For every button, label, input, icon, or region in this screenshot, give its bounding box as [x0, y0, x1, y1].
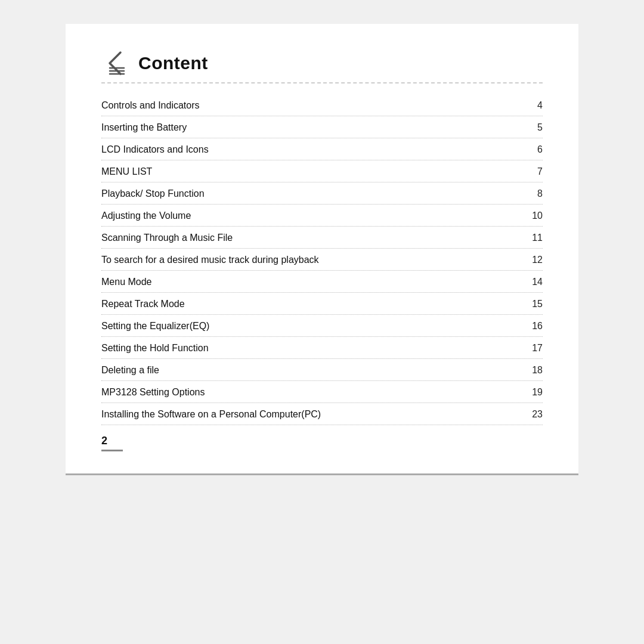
- toc-item-page: 11: [526, 233, 543, 243]
- header-section: Content: [101, 48, 543, 79]
- toc-item: Setting the Equalizer(EQ)16: [101, 315, 543, 337]
- toc-item-label: Deleting a file: [101, 365, 526, 376]
- header-divider: [101, 82, 543, 83]
- toc-item: MP3128 Setting Options19: [101, 381, 543, 403]
- toc-item-page: 19: [526, 387, 543, 398]
- toc-item: Playback/ Stop Function8: [101, 182, 543, 205]
- toc-item: Inserting the Battery5: [101, 116, 543, 138]
- toc-item-page: 4: [526, 100, 543, 111]
- toc-item-page: 6: [526, 144, 543, 155]
- toc-item-page: 18: [526, 365, 543, 376]
- toc-item-page: 14: [526, 277, 543, 287]
- toc-item: Adjusting the Volume10: [101, 205, 543, 227]
- toc-item: Scanning Through a Music File11: [101, 227, 543, 249]
- toc-item: MENU LIST7: [101, 160, 543, 182]
- toc-item: Repeat Track Mode15: [101, 293, 543, 315]
- toc-item-label: Controls and Indicators: [101, 100, 526, 111]
- toc-item-label: Menu Mode: [101, 277, 526, 287]
- toc-item-page: 16: [526, 321, 543, 332]
- toc-item-label: Installing the Software on a Personal Co…: [101, 409, 526, 420]
- logo-icon: [101, 48, 132, 79]
- toc-item: To search for a desired music track duri…: [101, 249, 543, 271]
- page-number: 2: [101, 435, 123, 451]
- toc-item-label: Adjusting the Volume: [101, 210, 526, 221]
- toc-item-label: Setting the Equalizer(EQ): [101, 321, 526, 332]
- bottom-border: [66, 473, 578, 475]
- toc-item-page: 8: [526, 188, 543, 199]
- toc-item: Setting the Hold Function17: [101, 337, 543, 359]
- toc-item: Menu Mode14: [101, 271, 543, 293]
- toc-item-page: 12: [526, 255, 543, 265]
- toc-item-label: MENU LIST: [101, 166, 526, 177]
- toc-item-label: LCD Indicators and Icons: [101, 144, 526, 155]
- toc-item-label: Setting the Hold Function: [101, 343, 526, 354]
- toc-item-page: 17: [526, 343, 543, 354]
- page-container: Content Controls and Indicators4Insertin…: [66, 24, 578, 475]
- toc-item-label: Repeat Track Mode: [101, 299, 526, 309]
- toc-item: Deleting a file18: [101, 359, 543, 381]
- toc-item-label: Playback/ Stop Function: [101, 188, 526, 199]
- toc-item-label: Scanning Through a Music File: [101, 233, 526, 243]
- toc-item: Installing the Software on a Personal Co…: [101, 403, 543, 425]
- toc-item-page: 7: [526, 166, 543, 177]
- toc-item-label: To search for a desired music track duri…: [101, 255, 526, 265]
- toc-item-label: MP3128 Setting Options: [101, 387, 526, 398]
- toc-item: LCD Indicators and Icons6: [101, 138, 543, 160]
- toc-item: Controls and Indicators4: [101, 94, 543, 116]
- page-title: Content: [138, 53, 208, 73]
- toc-item-page: 23: [526, 409, 543, 420]
- toc-item-page: 5: [526, 122, 543, 133]
- toc-item-page: 15: [526, 299, 543, 309]
- toc-list: Controls and Indicators4Inserting the Ba…: [101, 94, 543, 425]
- toc-item-label: Inserting the Battery: [101, 122, 526, 133]
- toc-item-page: 10: [526, 210, 543, 221]
